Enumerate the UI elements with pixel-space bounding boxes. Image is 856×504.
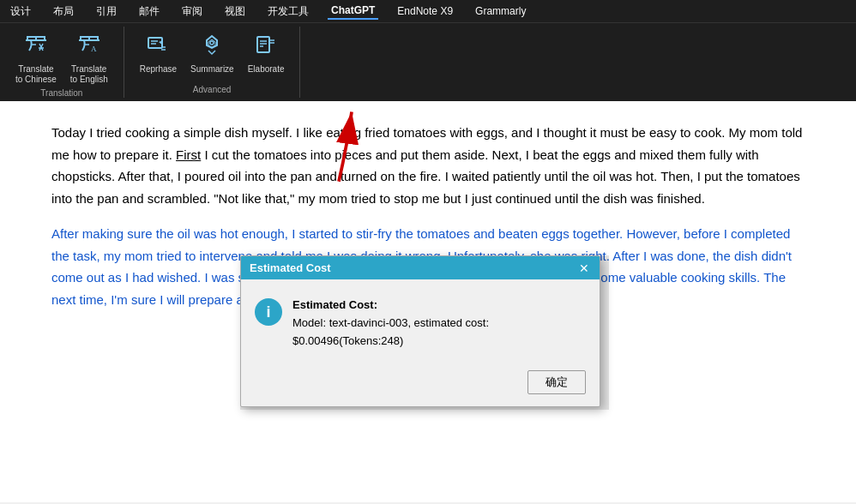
menu-item-grammarly[interactable]: Grammarly [472, 3, 529, 19]
translate-chinese-icon [24, 33, 48, 61]
svg-text:A: A [91, 45, 97, 53]
elaborate-label: Elaborate [248, 64, 285, 75]
svg-point-4 [210, 41, 214, 45]
menu-item-mail[interactable]: 邮件 [136, 3, 163, 21]
advanced-buttons: Reprhase Summarize [135, 27, 290, 85]
translate-to-english-button[interactable]: A Translateto English [65, 30, 113, 88]
menu-item-design[interactable]: 设计 [7, 3, 34, 21]
ribbon-group-advanced: Reprhase Summarize [124, 27, 301, 98]
dialog-ok-button[interactable]: 确定 [527, 370, 586, 394]
dialog-footer: 确定 [241, 363, 600, 406]
content-area: Today I tried cooking a simple dish myse… [0, 101, 856, 502]
menu-item-chatgpt[interactable]: ChatGPT [328, 3, 378, 20]
reprhase-button[interactable]: Reprhase [135, 30, 182, 78]
translate-english-label: Translateto English [70, 64, 108, 85]
dialog-info-icon: i [255, 298, 282, 326]
ribbon-group-translation: Translateto Chinese A Translateto Englis… [0, 27, 124, 98]
ribbon: Translateto Chinese A Translateto Englis… [0, 22, 856, 101]
menu-item-developer[interactable]: 开发工具 [264, 3, 312, 21]
underline-word: First [176, 147, 201, 162]
summarize-icon [200, 33, 224, 61]
dialog-message: Estimated Cost: Model: text-davinci-003,… [292, 297, 586, 350]
menu-item-endnote[interactable]: EndNote X9 [394, 3, 456, 19]
reprhase-label: Reprhase [140, 64, 177, 75]
dialog-backdrop: Estimated Cost ✕ i Estimated Cost: Model… [240, 255, 609, 410]
menu-item-layout[interactable]: 布局 [50, 3, 77, 21]
summarize-label: Summarize [190, 64, 234, 75]
menu-bar: 设计 布局 引用 邮件 审阅 视图 开发工具 ChatGPT EndNote X… [0, 0, 856, 22]
dialog-message-body: Model: text-davinci-003, estimated cost:… [292, 316, 489, 347]
translate-chinese-label: Translateto Chinese [15, 64, 57, 85]
dialog-overlap-text: I beat the eggs and mixed them fully wit… [51, 147, 759, 184]
translation-buttons: Translateto Chinese A Translateto Englis… [10, 27, 113, 88]
translate-to-chinese-button[interactable]: Translateto Chinese [10, 30, 62, 88]
translate-english-icon: A [77, 33, 101, 61]
dialog-message-title: Estimated Cost: [292, 298, 377, 311]
reprhase-icon [146, 33, 170, 61]
svg-rect-5 [257, 37, 269, 52]
dialog-title: Estimated Cost [250, 261, 331, 274]
menu-item-view[interactable]: 视图 [221, 3, 249, 21]
dialog-close-button[interactable]: ✕ [577, 262, 591, 274]
summarize-button[interactable]: Summarize [185, 30, 239, 78]
dialog-body: i Estimated Cost: Model: text-davinci-00… [241, 279, 600, 363]
elaborate-button[interactable]: Elaborate [243, 30, 290, 78]
menu-item-review[interactable]: 审阅 [178, 3, 206, 21]
main-paragraph: Today I tried cooking a simple dish myse… [51, 122, 805, 209]
estimated-cost-dialog: Estimated Cost ✕ i Estimated Cost: Model… [240, 255, 600, 407]
translation-group-label: Translation [40, 88, 82, 101]
dialog-titlebar: Estimated Cost ✕ [241, 256, 600, 279]
menu-item-reference[interactable]: 引用 [93, 3, 120, 21]
elaborate-icon [254, 33, 278, 61]
advanced-group-label: Advanced [193, 85, 231, 98]
